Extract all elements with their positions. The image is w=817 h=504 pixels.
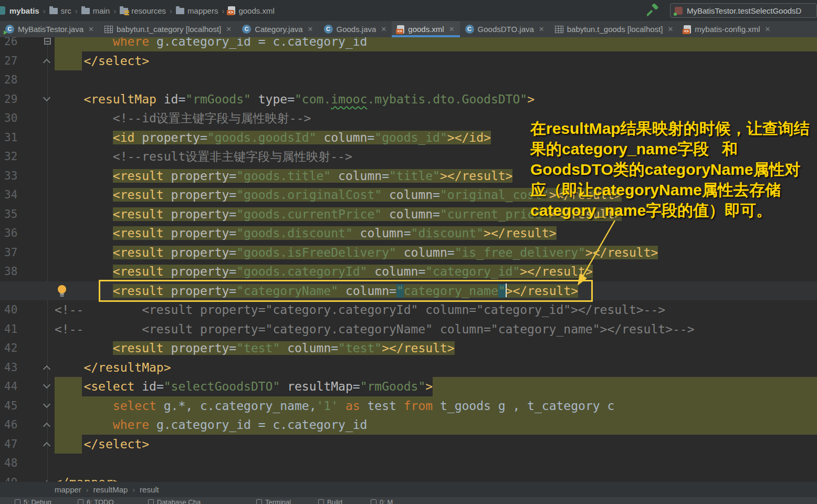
code-line[interactable]: 37 <result property="goods.isFreeDeliver… <box>0 243 817 262</box>
breadcrumb-item-main[interactable]: main <box>80 6 111 15</box>
tab-GoodsDTO-java[interactable]: CGoodsDTO.java✕ <box>460 21 550 37</box>
xml-file-icon: <> <box>228 6 235 15</box>
fold-marker[interactable] <box>44 90 49 100</box>
fold-marker[interactable] <box>44 37 51 45</box>
code-line[interactable]: 26 where g.category_id = c.category_id <box>0 37 817 51</box>
code-text: <!--id设置主键字段与属性映射--> <box>55 109 311 128</box>
breadcrumb-item-src[interactable]: src <box>48 6 72 15</box>
fold-marker[interactable] <box>44 51 49 65</box>
tab-close-icon[interactable]: ✕ <box>88 25 94 33</box>
fold-marker[interactable] <box>44 358 49 372</box>
annotation-text-line: 果的category_name字段 和 <box>530 139 810 159</box>
breadcrumb-item-label: goods.xml <box>238 6 274 15</box>
code-line[interactable]: 44 <select id="selectGoodsDTO" resultMap… <box>0 377 817 396</box>
fold-marker[interactable] <box>44 435 49 448</box>
tab-babytun-t_category-localhost-[interactable]: babytun.t_category [localhost]✕ <box>99 21 237 37</box>
highlighted-fragment: <result property="goods.discount" column… <box>113 226 557 240</box>
tab-close-icon[interactable]: ✕ <box>381 25 386 33</box>
fold-down-icon <box>43 381 50 388</box>
tab-close-icon[interactable]: ✕ <box>667 25 673 33</box>
code-line[interactable]: 41<!-- <result property="category.catego… <box>0 320 817 339</box>
tab-Goods-java[interactable]: CGoods.java✕ <box>319 21 392 37</box>
tab-close-icon[interactable]: ✕ <box>449 25 455 33</box>
tool-window-button-Database-Cha[interactable]: Database Cha <box>148 498 201 504</box>
line-number: 27 <box>4 51 17 71</box>
tool-window-button-6-TODO[interactable]: 6: TODO <box>78 498 114 504</box>
breadcrumb-project[interactable]: mybatis <box>8 6 40 15</box>
tool-window-icon <box>148 499 154 504</box>
code-line[interactable]: 45 select g.*, c.category_name,'1' as te… <box>0 396 817 416</box>
breadcrumb-item-mappers[interactable]: mappers <box>175 6 219 15</box>
annotation-text-line: category_name字段的值）即可。 <box>530 200 810 220</box>
code-line[interactable]: 40<!-- <result property="category.catego… <box>0 300 817 320</box>
highlighted-fragment: <id property="goods.goodsId" column="goo… <box>113 131 491 144</box>
code-line[interactable]: 42 <result property="test" column="test"… <box>0 339 817 358</box>
line-number: 46 <box>4 415 17 435</box>
tool-window-icon <box>256 499 262 504</box>
xml-code-badge: <> <box>227 10 234 15</box>
line-number: 49 <box>4 473 17 482</box>
code-text: <result property="test" column="test"></… <box>55 339 455 358</box>
xml-path-breadcrumb-bar: mapper›resultMap›result <box>0 481 817 497</box>
line-number: 40 <box>4 300 17 320</box>
code-line[interactable]: 36 <result property="goods.discount" col… <box>0 224 817 243</box>
breadcrumb-item-goods-xml[interactable]: <>goods.xml <box>227 6 275 15</box>
highlighted-fragment: <result property="goods.isFreeDelivery" … <box>113 246 658 259</box>
code-line[interactable]: 39 <result property="categoryName" colum… <box>0 281 817 301</box>
tab-close-icon[interactable]: ✕ <box>539 25 544 33</box>
code-line[interactable]: 28 <box>0 70 817 90</box>
xml-path-item-resultMap[interactable]: resultMap <box>93 485 128 494</box>
tab-label: MyBatisTestor.java <box>18 25 83 34</box>
tool-window-button-Terminal[interactable]: Terminal <box>256 498 291 504</box>
project-icon <box>0 6 5 15</box>
tab-MyBatisTestor-java[interactable]: CMyBatisTestor.java✕ <box>0 21 99 37</box>
line-number: 48 <box>4 454 17 473</box>
code-line[interactable]: 43 </resultMap> <box>0 358 817 377</box>
tab-close-icon[interactable]: ✕ <box>765 25 771 33</box>
code-line[interactable]: 49</mapper> <box>0 473 817 482</box>
tab-mybatis-config-xml[interactable]: <>mybatis-config.xml✕ <box>678 21 776 37</box>
code-line[interactable]: 29 <resultMap id="rmGoods" type="com.imo… <box>0 90 817 109</box>
code-line[interactable]: 38 <result property="goods.categoryId" c… <box>0 262 817 281</box>
annotation-text-line: 在resultMap结果映射的时候，让查询结 <box>530 118 810 139</box>
tool-window-button-5-Debug[interactable]: 5: Debug <box>15 498 51 504</box>
tab-Category-java[interactable]: CCategory.java✕ <box>237 21 318 37</box>
highlighted-fragment: <result property="goods.categoryId" colu… <box>113 265 593 278</box>
fold-marker[interactable] <box>44 396 49 407</box>
line-number: 44 <box>4 377 17 396</box>
code-line[interactable]: 48 <box>0 454 817 473</box>
code-line[interactable]: 47 </select> <box>0 435 817 454</box>
table-icon <box>555 26 563 33</box>
resources-folder-icon <box>120 8 128 14</box>
class-icon: C <box>465 25 474 34</box>
editor-tab-bar: CMyBatisTestor.java✕babytun.t_category [… <box>0 21 817 37</box>
line-number: 28 <box>4 70 17 90</box>
code-line[interactable]: 27 </select> <box>0 51 817 71</box>
tab-close-icon[interactable]: ✕ <box>308 25 313 33</box>
fold-marker[interactable] <box>44 377 49 387</box>
line-number: 47 <box>4 435 17 454</box>
build-hammer-icon[interactable] <box>647 4 661 17</box>
intention-bulb-icon[interactable] <box>57 285 67 299</box>
fold-marker[interactable] <box>44 473 49 482</box>
code-text: </select> <box>55 51 149 71</box>
xml-path-item-mapper[interactable]: mapper <box>55 485 81 494</box>
folder-icon <box>49 8 58 14</box>
fold-up-icon <box>43 365 50 372</box>
tool-window-button-Build[interactable]: Build <box>318 498 342 504</box>
fold-marker[interactable] <box>44 415 49 429</box>
tab-babytun-t_goods-localhost-[interactable]: babytun.t_goods [localhost]✕ <box>550 21 679 37</box>
tab-goods-xml[interactable]: <>goods.xml✕ <box>392 21 459 37</box>
highlighted-fragment: <result property="goods.title" column="t… <box>113 169 513 183</box>
breadcrumb-item-resources[interactable]: resources <box>119 6 167 15</box>
editor[interactable]: 26 where g.category_id = c.category_id27… <box>0 37 817 481</box>
breadcrumb-item-label: main <box>93 6 110 15</box>
tool-window-label: Terminal <box>265 498 291 504</box>
table-icon <box>104 26 113 33</box>
run-configuration-select[interactable]: MyBatisTestor.testSelectGoodsD <box>670 3 817 18</box>
xml-path-item-result[interactable]: result <box>140 485 159 494</box>
code-line[interactable]: 46 where g.category_id = c.category_id <box>0 415 817 435</box>
line-number: 42 <box>4 339 17 358</box>
tab-close-icon[interactable]: ✕ <box>226 25 232 33</box>
tool-window-button-0-M[interactable]: 0: M <box>371 498 393 504</box>
